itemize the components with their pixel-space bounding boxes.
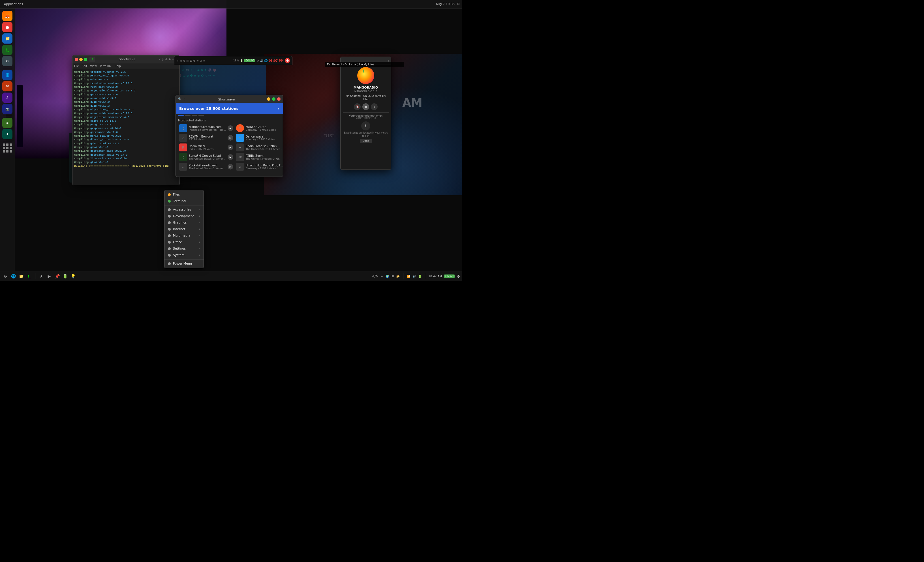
station-row-3[interactable]: R Radio Michi India - 20289 Votes ▶ [178,142,234,152]
station-row-r3[interactable]: ♦ Radio Paradise (320k) The United State… [235,142,283,152]
terminal-menu-terminal[interactable]: Terminal [100,64,111,67]
terminal-menu-file[interactable]: File [74,64,79,67]
tb-sound-icon[interactable]: 🔊 [412,275,416,278]
dock-icon-app4[interactable]: ⚙ [2,56,12,66]
tb-folder-icon[interactable]: 📂 [396,275,400,278]
dock-icon-app9[interactable]: ◈ [2,118,12,128]
terminal-max-btn[interactable] [84,58,87,61]
dock-icon-firefox[interactable]: 🦊 [2,11,12,21]
terminal-app-icon: $ [90,57,95,62]
submenu-arrow-multimedia: › [199,234,200,237]
taskbar-bottom-right: </> ✏ 🌍 🖥 📂 📶 🔊 🔋 18:42 AM ON AC ⏻ [372,273,460,279]
mango-info-btn[interactable]: ℹ [371,103,378,110]
top-time: Aug 7 10:35 [436,2,454,6]
dock-icon-app7[interactable]: ♪ [2,93,12,103]
menu-label-office: Office [173,240,182,244]
menu-item-accessories[interactable]: Accessories › [165,206,204,213]
terminal-min-btn[interactable] [79,58,82,61]
tb-battery-icon[interactable]: 🔋 [418,275,422,278]
menu-item-power[interactable]: Power Menu [165,260,204,267]
station-info-r1: MANGORADIO Germany - 17075 Votes [246,125,283,131]
dock-grid-button[interactable] [2,143,12,153]
mango-info-circle[interactable]: ℹ [361,121,370,130]
compile-line-4: Compiling trust-dns-resolver v0.20.3 [74,81,178,85]
radio-nav-back[interactable]: ◁ [177,59,179,62]
compile-line-2: Compiling pretty_env_logger v0.4.0 [74,74,178,78]
tb-world-icon[interactable]: 🌍 [386,275,389,278]
battery-label: 🔋 [240,59,243,62]
sw-more-icon[interactable]: ⋮ [183,97,186,100]
terminal-menu-view[interactable]: View [90,64,97,67]
tb-icon-launch[interactable]: ⚙ [2,273,9,279]
menu-item-system[interactable]: System › [165,252,204,258]
sw-min-btn[interactable] [267,97,270,101]
dock-icon-app8[interactable]: 📷 [2,104,12,114]
top-settings-icon[interactable]: ⚙ [457,2,460,6]
station-icon-r2: 〜 [236,134,244,142]
menu-dot-office [168,241,171,244]
tb-icon-app1[interactable]: ★ [38,273,45,279]
tb-icon-app4[interactable]: 🔋 [62,273,68,279]
tb-code-icon[interactable]: </> [372,274,378,278]
tb-sep-right-2 [425,273,425,279]
menu-item-settings[interactable]: Settings › [165,245,204,252]
menu-item-internet[interactable]: Internet › [165,226,204,232]
tb-icon-app5[interactable]: 💡 [70,273,76,279]
terminal-menu-help[interactable]: Help [114,64,121,67]
menu-dot-settings [168,247,171,250]
sw-max-btn[interactable] [272,97,276,101]
station-play-2[interactable]: ▶ [228,135,233,141]
menu-item-multimedia[interactable]: Multimedia › [165,232,204,239]
menu-item-terminal[interactable]: Terminal [165,198,204,204]
mango-mute-btn[interactable]: 🔇 [354,103,361,110]
station-row-5[interactable]: ♫ Rockabilly-radio.net The United States… [178,162,234,171]
menu-item-graphics[interactable]: Graphics › [165,219,204,226]
dock-icon-app6[interactable]: ✉ [2,81,12,91]
terminal-titlebar: $ Shortwave ◁ ▷ ⊕ ⊗ ≡ ⊘ [72,55,180,63]
station-play-5[interactable]: ▶ [228,164,233,169]
power-button[interactable]: ⏻ [285,58,290,63]
sw-close-btn[interactable] [277,97,280,101]
tb-icon-terminal[interactable]: $_ [26,273,32,279]
tb-icon-app2[interactable]: ▶ [46,273,52,279]
station-row-2[interactable]: ♫ REYFM - Bonigrat 22178 Votes ▶ [178,133,234,142]
song-info-bar: Mr. Shammi - Oh La La (Live My Life) [325,62,404,67]
tb-network-icon[interactable]: 📶 [407,275,410,278]
station-row-r2[interactable]: 〜 Dance Wave! Hungary - 11875 Votes ▶ [235,133,283,142]
menu-item-files[interactable]: Files [165,191,204,198]
mango-subtext: MANGORADIO 1.0 [343,90,388,93]
tb-edit-icon[interactable]: ✏ [381,275,383,278]
station-icon-r3: ♦ [236,144,244,151]
station-play-4[interactable]: ▶ [228,154,233,160]
dock-icon-app3[interactable]: $_ [2,45,12,55]
station-name-r2: Dance Wave! [246,135,283,138]
menu-item-office[interactable]: Office › [165,239,204,245]
terminal-menu-edit[interactable]: Edit [82,64,87,67]
terminal-icon-2: ▷ [162,58,165,61]
station-row-r5[interactable]: ♫ Hirschmilch Radio Prog H... Germany - … [235,162,283,171]
station-row-1[interactable]: ♫ Frambors.otopuba.com Indonesia (Java B… [178,123,234,133]
tb-icon-app3[interactable]: 📌 [54,273,60,279]
applications-menu-button[interactable]: Applications [2,2,25,6]
station-row-4[interactable]: ♫ SomaFM Groove Salad The United States … [178,152,234,162]
station-row-r4[interactable]: 80s RTBBs Zoom The United Kingdom Of Gr.… [235,152,283,162]
station-name-r3: Radio Paradise (320k) [246,145,283,148]
dock-icon-app5[interactable]: 🌐 [2,70,12,80]
terminal-content[interactable]: Compiling tracing-futures v0.2.5 Compili… [72,69,180,179]
tb-monitor-icon[interactable]: 🖥 [391,275,394,278]
station-play-3[interactable]: ▶ [228,145,233,150]
station-row-r1[interactable]: M MANGORADIO Germany - 17075 Votes ▶ [235,123,283,133]
tb-icon-browser[interactable]: 🌐 [10,273,16,279]
sw-search-icon[interactable]: 🔍 [178,97,182,100]
station-play-1[interactable]: ▶ [228,125,233,131]
dock-icon-app2[interactable]: 📁 [2,33,12,43]
mango-stop-btn[interactable]: ■ [362,103,369,110]
tb-icon-files[interactable]: 📁 [18,273,24,279]
menu-item-development[interactable]: Development › [165,213,204,219]
dock-icon-app10[interactable]: ♦ [2,129,12,139]
terminal-close-btn[interactable] [75,58,78,61]
mango-open-button[interactable]: Open [360,139,372,143]
shortwave-browse-header[interactable]: Browse over 25,500 stations › [176,103,283,114]
tb-power-icon[interactable]: ⏻ [457,275,460,278]
dock-icon-app1[interactable]: ● [2,22,12,32]
